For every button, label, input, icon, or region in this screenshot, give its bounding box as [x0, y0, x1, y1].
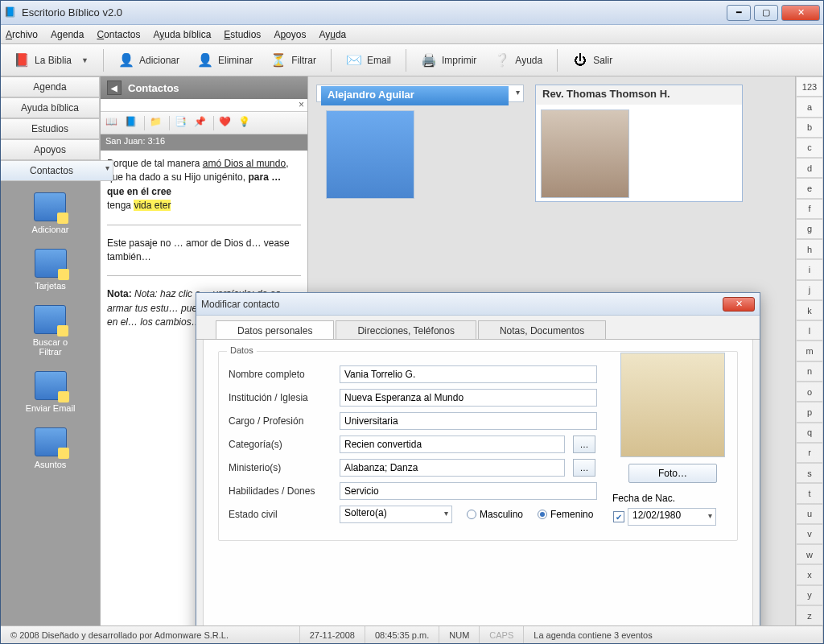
alpha-j[interactable]: j — [796, 280, 823, 300]
alpha-h[interactable]: h — [796, 239, 823, 259]
alpha-z[interactable]: z — [796, 605, 823, 625]
book-icon[interactable]: 📘 — [125, 116, 139, 130]
toolbar-salir[interactable]: ⏻Salir — [566, 49, 619, 72]
alpha-g[interactable]: g — [796, 219, 823, 239]
alpha-b[interactable]: b — [796, 118, 823, 138]
label-habilidades: Habilidades / Dones — [229, 485, 332, 497]
alpha-r[interactable]: r — [796, 443, 823, 463]
alpha-s[interactable]: s — [796, 463, 823, 483]
menu-apoyos[interactable]: Apoyos — [274, 29, 306, 40]
action-tray: Adicionar Tarjetas Buscar o Filtrar Envi… — [1, 181, 100, 625]
pane-close[interactable]: × — [101, 99, 307, 112]
alpha-v[interactable]: v — [796, 524, 823, 544]
radio-masculino[interactable]: Masculino — [467, 509, 523, 520]
alpha-p[interactable]: p — [796, 402, 823, 422]
alpha-q[interactable]: q — [796, 423, 823, 443]
folder-icon[interactable]: 📁 — [150, 116, 164, 130]
nav-tab-agenda[interactable]: Agenda — [1, 76, 100, 97]
input-institucion[interactable] — [340, 389, 597, 407]
alpha-c[interactable]: c — [796, 138, 823, 158]
menu-agenda[interactable]: Agenda — [51, 29, 84, 40]
copy-icon[interactable]: 📑 — [175, 116, 189, 130]
contact-card[interactable]: Rev. Thomas Thomson H. — [535, 85, 743, 202]
menu-contactos[interactable]: Contactos — [97, 29, 140, 40]
alpha-k[interactable]: k — [796, 300, 823, 320]
dob-picker[interactable]: 12/02/1980 — [628, 508, 716, 526]
toolbar-eliminar[interactable]: 👤Eliminar — [191, 49, 259, 72]
tray-asuntos[interactable]: Asuntos — [35, 427, 67, 469]
chevron-down-icon: ▼ — [81, 56, 89, 64]
menu-archivo[interactable]: Archivo — [6, 29, 38, 40]
label-institucion: Institución / Iglesia — [229, 392, 332, 403]
select-estado[interactable]: Soltero(a) — [340, 506, 452, 523]
alpha-t[interactable]: t — [796, 483, 823, 503]
tray-buscar[interactable]: Buscar o Filtrar — [33, 305, 68, 357]
menu-estudios[interactable]: Estudios — [224, 29, 261, 40]
toolbar-ayuda[interactable]: ❔Ayuda — [488, 49, 549, 72]
card-icon — [35, 249, 67, 278]
minimize-button[interactable]: ━ — [727, 5, 751, 21]
status-copyright: © 2008 Diseñado y desarrollado por Admon… — [1, 626, 300, 643]
toolbar-adicionar[interactable]: 👤Adicionar — [112, 49, 186, 72]
input-nombre[interactable] — [340, 365, 597, 383]
alpha-w[interactable]: w — [796, 544, 823, 564]
mail-icon: ✉️ — [346, 52, 362, 68]
alpha-y[interactable]: y — [796, 585, 823, 605]
alpha-n[interactable]: n — [796, 361, 823, 382]
alpha-x[interactable]: x — [796, 564, 823, 584]
menu-ayuda[interactable]: Ayuda — [319, 29, 346, 40]
status-num: NUM — [439, 626, 480, 643]
alpha-i[interactable]: i — [796, 259, 823, 279]
categoria-picker-button[interactable]: … — [573, 436, 595, 453]
label-ministerio: Ministerio(s) — [229, 462, 332, 473]
book-open-icon[interactable]: 📖 — [105, 116, 120, 130]
alpha-a[interactable]: a — [796, 97, 823, 117]
menu-ayuda-biblica[interactable]: Ayuda bíblica — [153, 29, 211, 40]
alpha-u[interactable]: u — [796, 504, 823, 524]
input-habilidades[interactable] — [340, 482, 597, 500]
delete-user-icon: 👤 — [197, 52, 213, 68]
tray-email[interactable]: Enviar Email — [26, 371, 76, 413]
toolbar-email[interactable]: ✉️Email — [340, 49, 398, 72]
radio-femenino[interactable]: Femenino — [538, 509, 593, 520]
nav-tab-apoyos[interactable]: Apoyos — [1, 139, 100, 160]
alpha-o[interactable]: o — [796, 382, 823, 402]
input-ministerio[interactable] — [340, 459, 565, 477]
heart-icon[interactable]: ❤️ — [219, 116, 233, 130]
dob-checkbox[interactable]: ✔ — [613, 511, 624, 522]
alpha-123[interactable]: 123 — [796, 76, 823, 97]
card-icon — [35, 427, 67, 456]
fieldset-label: Datos — [227, 345, 257, 355]
input-categoria[interactable] — [340, 436, 565, 453]
pin-icon[interactable]: 📌 — [194, 116, 208, 130]
maximize-button[interactable]: ▢ — [754, 5, 778, 21]
nav-tab-ayuda-biblica[interactable]: Ayuda bíblica — [1, 97, 100, 118]
alpha-m[interactable]: m — [796, 341, 823, 361]
alpha-d[interactable]: d — [796, 158, 823, 178]
contact-card[interactable]: Alejandro Aguilar — [316, 85, 524, 102]
alpha-e[interactable]: e — [796, 178, 823, 198]
back-button[interactable]: ◀ — [107, 80, 122, 95]
input-cargo[interactable] — [340, 412, 597, 430]
tab-datos-personales[interactable]: Datos personales — [216, 320, 334, 339]
tab-notas[interactable]: Notas, Documentos — [478, 320, 606, 339]
tray-adicionar[interactable]: Adicionar — [32, 192, 69, 234]
ministerio-picker-button[interactable]: … — [573, 459, 595, 477]
nav-tab-contactos[interactable]: Contactos — [1, 160, 113, 181]
edit-contact-dialog: Modificar contacto ✕ Datos personales Di… — [196, 292, 760, 625]
bulb-icon[interactable]: 💡 — [238, 116, 253, 130]
toolbar-imprimir[interactable]: 🖨️Imprimir — [414, 49, 483, 72]
alpha-l[interactable]: l — [796, 320, 823, 341]
photo-button[interactable]: Foto… — [628, 464, 717, 483]
alpha-index: 123abcdefghijklmnopqrstuvwxyz — [795, 76, 823, 625]
left-nav: Agenda Ayuda bíblica Estudios Apoyos Con… — [1, 76, 101, 625]
toolbar-bible[interactable]: 📕La Biblia▼ — [7, 49, 95, 72]
exit-icon: ⏻ — [572, 52, 588, 68]
toolbar-filtrar[interactable]: ⏳Filtrar — [264, 49, 323, 72]
dialog-close-button[interactable]: ✕ — [723, 297, 755, 312]
tab-direcciones[interactable]: Direcciones, Teléfonos — [336, 320, 476, 339]
alpha-f[interactable]: f — [796, 199, 823, 219]
tray-tarjetas[interactable]: Tarjetas — [35, 249, 67, 291]
nav-tab-estudios[interactable]: Estudios — [1, 118, 100, 139]
close-button[interactable]: ✕ — [781, 5, 820, 21]
